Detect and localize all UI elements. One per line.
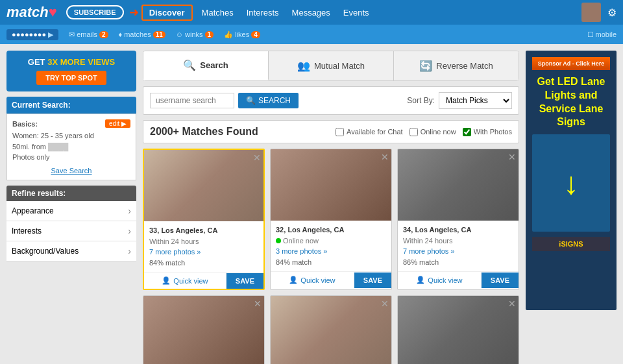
search-btn-icon: 🔍: [246, 96, 256, 105]
mutual-match-icon: 👥: [297, 60, 310, 72]
profile-photo: [398, 149, 519, 221]
chevron-icon: ›: [128, 206, 131, 216]
card-actions: 👤 Quick view SAVE: [271, 271, 391, 288]
profile-photo: [143, 296, 264, 364]
search-bar: 🔍 SEARCH Sort By: Match Picks: [143, 86, 519, 115]
quick-view-icon: 👤: [416, 276, 425, 284]
close-icon[interactable]: ✕: [381, 152, 389, 162]
close-icon[interactable]: ✕: [254, 298, 262, 309]
close-icon[interactable]: ✕: [508, 152, 516, 162]
tab-search[interactable]: 🔍 Search: [143, 51, 269, 80]
close-icon[interactable]: ✕: [508, 298, 516, 309]
search-criteria: Women: 25 - 35 years old 50mi. from ████…: [12, 130, 130, 163]
profile-card: ✕ 32, Simi Valley, CA Within 24 hours NE…: [143, 295, 265, 364]
edit-button[interactable]: edit ▶: [105, 119, 130, 128]
emails-badge: 2: [99, 31, 108, 38]
profile-card: ✕ 34, Los Angeles, CA Within 24 hours 7 …: [397, 149, 519, 290]
username-input[interactable]: [150, 93, 234, 108]
reverse-match-icon: 🔄: [419, 60, 432, 72]
nav-interests[interactable]: Interests: [243, 8, 283, 18]
refine-interests[interactable]: Interests ›: [6, 221, 136, 241]
card-actions: 👤 Quick view SAVE: [144, 272, 263, 289]
subscribe-button[interactable]: SUBSCRIBE: [66, 5, 124, 19]
filter-available-chat[interactable]: Available for Chat: [336, 128, 403, 136]
card-actions: 👤 Quick view SAVE: [398, 271, 519, 288]
sub-nav-profile[interactable]: ●●●●●●●● ▶: [6, 29, 58, 40]
ad-image: ↓: [532, 134, 610, 232]
sort-select[interactable]: Match Picks: [439, 92, 512, 109]
profile-photo: [144, 150, 263, 221]
tab-mutual-match[interactable]: 👥 Mutual Match: [269, 51, 394, 80]
quick-view-button[interactable]: 👤 Quick view: [398, 272, 482, 288]
likes-icon: 👍: [224, 30, 233, 39]
sub-nav-emails[interactable]: ✉ emails 2: [69, 30, 108, 39]
photos-link[interactable]: 3 more photos »: [276, 247, 328, 255]
close-icon[interactable]: ✕: [381, 298, 389, 309]
logo: match♥: [6, 4, 57, 21]
ad-banner: Sponsor Ad - Click Here: [532, 57, 610, 70]
quick-view-button[interactable]: 👤 Quick view: [144, 273, 226, 289]
results-header: 2000+ Matches Found Available for Chat O…: [143, 120, 519, 143]
header-right: ⚙: [581, 3, 617, 22]
likes-badge: 4: [251, 31, 260, 38]
save-search-link[interactable]: Save Search: [12, 167, 130, 175]
matches-badge: 11: [153, 31, 165, 38]
promo-box: GET 3X MORE VIEWS TRY TOP SPOT: [6, 51, 136, 91]
quick-view-icon: 👤: [289, 276, 298, 284]
search-input-wrapper: 🔍 SEARCH: [150, 93, 299, 108]
search-icon: 🔍: [183, 59, 196, 71]
sort-row: Sort By: Match Picks: [407, 92, 512, 109]
sub-nav-matches[interactable]: ♦ matches 11: [119, 30, 165, 38]
matches-icon: ♦: [119, 30, 123, 38]
photos-link[interactable]: 7 more photos »: [403, 247, 455, 255]
filter-with-photos[interactable]: With Photos: [463, 128, 512, 136]
try-top-spot-button[interactable]: TRY TOP SPOT: [36, 71, 106, 85]
refine-appearance[interactable]: Appearance ›: [6, 201, 136, 221]
card-info: 32, Los Angeles, CA Online now 3 more ph…: [271, 221, 391, 271]
save-button[interactable]: SAVE: [354, 273, 391, 288]
profile-card: ✕ 29, Redondo Beach, CA Online now 5 mor…: [397, 295, 519, 364]
profile-grid: ✕ 33, Los Angeles, CA Within 24 hours 7 …: [143, 149, 519, 364]
results-count: 2000+ Matches Found: [150, 126, 258, 138]
winks-badge: 1: [205, 31, 214, 38]
quick-view-icon: 👤: [162, 276, 171, 285]
save-button[interactable]: SAVE: [226, 273, 263, 289]
save-button[interactable]: SAVE: [482, 273, 519, 288]
winks-icon: ☺: [176, 30, 183, 38]
chevron-icon: ›: [128, 246, 131, 256]
nav-matches[interactable]: Matches: [198, 8, 238, 18]
profile-photo: [271, 296, 391, 364]
profile-card: ✕ 33, Los Angeles, CA Within 24 hours 7 …: [143, 149, 265, 290]
profile-photo: [271, 149, 391, 221]
sidebar: GET 3X MORE VIEWS TRY TOP SPOT Current S…: [6, 51, 136, 364]
search-button[interactable]: 🔍 SEARCH: [238, 93, 299, 108]
sub-nav-likes[interactable]: 👍 likes 4: [224, 30, 260, 39]
refine-title: Refine results:: [6, 186, 136, 201]
center-content: 🔍 Search 👥 Mutual Match 🔄 Reverse Match …: [143, 51, 519, 364]
sort-label: Sort By:: [407, 96, 435, 105]
chevron-icon: ›: [128, 226, 131, 236]
photos-link[interactable]: 7 more photos »: [149, 248, 201, 256]
profile-card: ✕ 32, Los Angeles, CA Online now 3 more …: [270, 149, 392, 290]
ad-title: Get LED Lane Lights and Service Lane Sig…: [532, 75, 610, 129]
quick-view-button[interactable]: 👤 Quick view: [271, 272, 354, 288]
discover-button[interactable]: Discover: [141, 5, 193, 21]
card-info: 34, Los Angeles, CA Within 24 hours 7 mo…: [398, 221, 519, 271]
sub-header: ●●●●●●●● ▶ ✉ emails 2 ♦ matches 11 ☺ win…: [0, 25, 623, 44]
close-icon[interactable]: ✕: [253, 152, 261, 163]
filter-options: Available for Chat Online now With Photo…: [336, 128, 512, 136]
ad-box[interactable]: Sponsor Ad - Click Here Get LED Lane Lig…: [526, 51, 617, 310]
nav-messages[interactable]: Messages: [288, 8, 334, 18]
gear-icon[interactable]: ⚙: [607, 6, 617, 19]
email-icon: ✉: [69, 30, 75, 39]
promo-title: GET 3X MORE VIEWS: [13, 57, 130, 67]
nav-events[interactable]: Events: [339, 8, 373, 18]
sub-nav-winks[interactable]: ☺ winks 1: [176, 30, 214, 38]
profile-card: ✕ 31, Huntington Beach, CA Within 1 hour…: [270, 295, 392, 364]
refine-background[interactable]: Background/Values ›: [6, 241, 136, 261]
filter-online-now[interactable]: Online now: [409, 128, 456, 136]
tab-reverse-match[interactable]: 🔄 Reverse Match: [394, 51, 519, 80]
search-details: Basics: edit ▶ Women: 25 - 35 years old …: [6, 114, 136, 180]
search-tabs: 🔍 Search 👥 Mutual Match 🔄 Reverse Match: [143, 51, 519, 81]
mobile-link[interactable]: ☐ mobile: [587, 30, 617, 39]
